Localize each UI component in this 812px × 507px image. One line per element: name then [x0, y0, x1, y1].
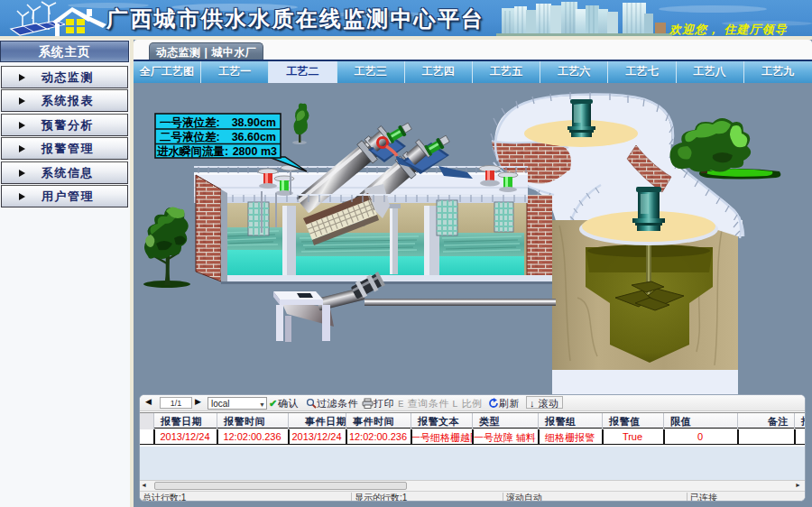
svg-text:进水瞬间流量:: 进水瞬间流量: — [156, 145, 228, 158]
svg-text:一号液位差:: 一号液位差: — [160, 116, 220, 129]
svg-text:2800 m3: 2800 m3 — [233, 145, 277, 158]
svg-text:36.60cm: 36.60cm — [232, 131, 276, 143]
svg-text:二号液位差:: 二号液位差: — [160, 131, 220, 143]
svg-text:38.90cm: 38.90cm — [232, 116, 276, 129]
